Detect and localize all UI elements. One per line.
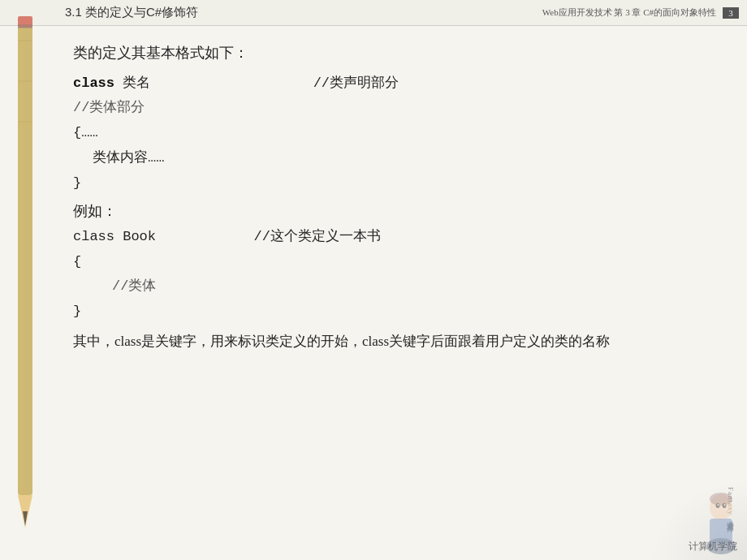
section-title: 3.1 类的定义与C#修饰符 xyxy=(65,5,198,20)
example-label: 例如： xyxy=(73,199,706,224)
slide-container: 3.1 类的定义与C#修饰符 Web应用开发技术 第 3 章 C#的面向对象特性… xyxy=(0,0,747,560)
page-number: 3 xyxy=(723,7,739,19)
svg-point-10 xyxy=(710,493,732,506)
svg-point-13 xyxy=(716,503,720,508)
example-open-brace: { xyxy=(73,251,706,274)
svg-rect-1 xyxy=(19,24,23,495)
example-close-brace: } xyxy=(73,300,706,324)
class-book-code: class Book xyxy=(73,229,156,244)
header-subtitle: Web应用开发技术 第 3 章 C#的面向对象特性 xyxy=(542,6,716,19)
svg-point-14 xyxy=(723,503,727,508)
header-bar: 3.1 类的定义与C#修饰符 Web应用开发技术 第 3 章 C#的面向对象特性… xyxy=(0,0,747,26)
open-brace-line: {…… xyxy=(73,122,706,145)
class-declaration-line: class 类名 //类声明部分 xyxy=(73,72,706,96)
svg-point-12 xyxy=(706,538,736,554)
close-brace-line: } xyxy=(73,172,706,196)
class-body-comment: //类体部分 xyxy=(73,97,706,120)
summary-text: 其中，class是关键字，用来标识类定义的开始，class关键字后面跟着用户定义… xyxy=(73,330,706,353)
cartoon-decoration xyxy=(658,483,747,560)
main-content: 类的定义其基本格式如下： class 类名 //类声明部分 //类体部分 {……… xyxy=(0,26,747,560)
class-keyword: class xyxy=(73,75,114,91)
pencil-decoration xyxy=(0,0,57,560)
body-content-line: 类体内容…… xyxy=(73,147,706,170)
example-body-comment: //类体 xyxy=(73,275,706,299)
intro-line: 类的定义其基本格式如下： xyxy=(73,41,706,66)
example-comment: //这个类定义一本书 xyxy=(253,229,380,244)
class-declaration-comment: //类声明部分 xyxy=(313,75,399,91)
header-right: Web应用开发技术 第 3 章 C#的面向对象特性 3 xyxy=(542,6,739,19)
svg-point-15 xyxy=(718,504,719,506)
svg-point-16 xyxy=(724,504,726,506)
class-name-placeholder: 类名 xyxy=(123,75,150,91)
svg-rect-5 xyxy=(18,24,32,28)
example-class-line: class Book //这个类定义一本书 xyxy=(73,226,706,249)
